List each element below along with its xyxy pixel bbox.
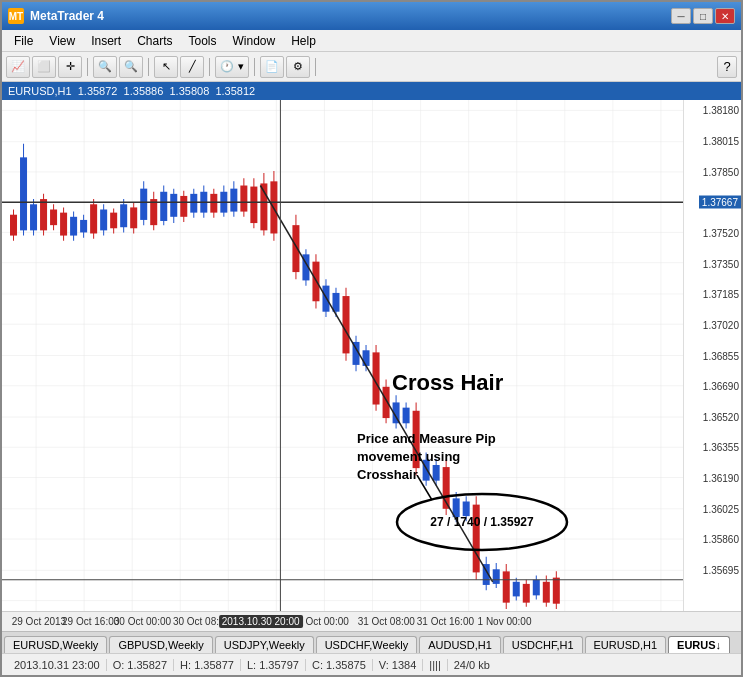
- chart-main: Cross Hair Price and Measure Pip movemen…: [2, 100, 741, 611]
- price-label-10: 1.36520: [703, 411, 739, 422]
- toolbar-sep-4: [254, 58, 255, 76]
- tab-usdjpy-weekly[interactable]: USDJPY,Weekly: [215, 636, 314, 653]
- toolbar: 📈 ⬜ ✛ 🔍 🔍 ↖ ╱ 🕐 ▾ 📄 ⚙ ?: [2, 52, 741, 82]
- toolbar-period[interactable]: 🕐 ▾: [215, 56, 249, 78]
- window-title: MetaTrader 4: [30, 9, 104, 23]
- title-bar: MT MetaTrader 4 ─ □ ✕: [2, 2, 741, 30]
- status-low: L: 1.35797: [241, 659, 306, 671]
- toolbar-chart-window[interactable]: ⬜: [32, 56, 56, 78]
- chart-area: EURUSD,H1 1.35872 1.35886 1.35808 1.3581…: [2, 82, 741, 653]
- toolbar-crosshair[interactable]: ✛: [58, 56, 82, 78]
- price-label-12: 1.36190: [703, 473, 739, 484]
- toolbar-zoom-in[interactable]: 🔍: [93, 56, 117, 78]
- toolbar-template[interactable]: 📄: [260, 56, 284, 78]
- price-label-5: 1.37350: [703, 258, 739, 269]
- menu-insert[interactable]: Insert: [83, 32, 129, 50]
- chart-canvas[interactable]: Cross Hair Price and Measure Pip movemen…: [2, 100, 683, 611]
- time-label-1: 29 Oct 2013: [12, 616, 66, 627]
- toolbar-indicators[interactable]: ⚙: [286, 56, 310, 78]
- status-volume: V: 1384: [373, 659, 424, 671]
- status-open-value: 1.35827: [127, 659, 167, 671]
- status-open-label: O:: [113, 659, 125, 671]
- status-close-value: 1.35875: [326, 659, 366, 671]
- status-high-label: H:: [180, 659, 191, 671]
- time-label-8: 1 Nov 00:00: [478, 616, 532, 627]
- status-close-label: C:: [312, 659, 323, 671]
- status-high: H: 1.35877: [174, 659, 241, 671]
- status-close: C: 1.35875: [306, 659, 373, 671]
- time-axis: 29 Oct 2013 29 Oct 16:00 30 Oct 00:00 30…: [2, 611, 741, 631]
- status-high-value: 1.35877: [194, 659, 234, 671]
- price-label-7: 1.37020: [703, 319, 739, 330]
- symbol-info: EURUSD,H1 1.35872 1.35886 1.35808 1.3581…: [8, 85, 255, 97]
- main-window: MT MetaTrader 4 ─ □ ✕ File View Insert C…: [0, 0, 743, 677]
- title-bar-left: MT MetaTrader 4: [8, 8, 104, 24]
- minimize-button[interactable]: ─: [671, 8, 691, 24]
- status-volume-value: 1384: [392, 659, 416, 671]
- price-label-2: 1.38015: [703, 135, 739, 146]
- toolbar-help[interactable]: ?: [717, 56, 737, 78]
- status-kb: 24/0 kb: [448, 659, 496, 671]
- toolbar-sep-1: [87, 58, 88, 76]
- price-label-9: 1.36690: [703, 381, 739, 392]
- time-label-selected: 2013.10.30 20:00: [219, 615, 303, 628]
- time-label-5: Oct 00:00: [305, 616, 348, 627]
- toolbar-sep-5: [315, 58, 316, 76]
- time-label-2: 29 Oct 16:00: [62, 616, 119, 627]
- toolbar-new-chart[interactable]: 📈: [6, 56, 30, 78]
- chart-tab-bar: EURUSD,Weekly GBPUSD,Weekly USDJPY,Weekl…: [2, 631, 741, 653]
- status-volume-label: V:: [379, 659, 389, 671]
- price-label-3: 1.37850: [703, 166, 739, 177]
- time-label-6: 31 Oct 08:00: [358, 616, 415, 627]
- tab-usdchf-h1[interactable]: USDCHF,H1: [503, 636, 583, 653]
- status-low-value: 1.35797: [259, 659, 299, 671]
- toolbar-arrow[interactable]: ↖: [154, 56, 178, 78]
- menu-window[interactable]: Window: [225, 32, 284, 50]
- time-label-3: 30 Oct 00:00: [114, 616, 171, 627]
- tab-eurusd-h1[interactable]: EURUSD,H1: [585, 636, 667, 653]
- current-price-badge: 1.37667: [699, 196, 741, 209]
- menu-file[interactable]: File: [6, 32, 41, 50]
- app-icon: MT: [8, 8, 24, 24]
- status-datetime: 2013.10.31 23:00: [8, 659, 107, 671]
- price-label-14: 1.35860: [703, 534, 739, 545]
- menu-tools[interactable]: Tools: [181, 32, 225, 50]
- status-low-label: L:: [247, 659, 256, 671]
- status-bars-icon: ||||: [423, 659, 447, 671]
- close-button[interactable]: ✕: [715, 8, 735, 24]
- time-label-7: 31 Oct 16:00: [417, 616, 474, 627]
- toolbar-sep-3: [209, 58, 210, 76]
- menu-view[interactable]: View: [41, 32, 83, 50]
- tab-gbpusd-weekly[interactable]: GBPUSD,Weekly: [109, 636, 212, 653]
- status-open: O: 1.35827: [107, 659, 174, 671]
- toolbar-sep-2: [148, 58, 149, 76]
- price-label-6: 1.37185: [703, 289, 739, 300]
- maximize-button[interactable]: □: [693, 8, 713, 24]
- tab-audusd-h1[interactable]: AUDUSD,H1: [419, 636, 501, 653]
- toolbar-zoom-out[interactable]: 🔍: [119, 56, 143, 78]
- chart-svg: [2, 100, 683, 611]
- tab-usdchf-weekly[interactable]: USDCHF,Weekly: [316, 636, 418, 653]
- price-label-1: 1.38180: [703, 105, 739, 116]
- price-label-4: 1.37520: [703, 227, 739, 238]
- price-label-8: 1.36855: [703, 350, 739, 361]
- price-label-11: 1.36355: [703, 442, 739, 453]
- window-controls: ─ □ ✕: [671, 8, 735, 24]
- toolbar-line[interactable]: ╱: [180, 56, 204, 78]
- price-label-13: 1.36025: [703, 503, 739, 514]
- chart-symbol-header: EURUSD,H1 1.35872 1.35886 1.35808 1.3581…: [2, 82, 741, 100]
- menu-help[interactable]: Help: [283, 32, 324, 50]
- price-axis: 1.38180 1.38015 1.37850 1.37685 1.37520 …: [683, 100, 741, 611]
- menu-charts[interactable]: Charts: [129, 32, 180, 50]
- tab-eurusd-weekly[interactable]: EURUSD,Weekly: [4, 636, 107, 653]
- price-label-15: 1.35695: [703, 565, 739, 576]
- menu-bar: File View Insert Charts Tools Window Hel…: [2, 30, 741, 52]
- tab-eurus-active[interactable]: EURUS↓: [668, 636, 730, 653]
- status-bar: 2013.10.31 23:00 O: 1.35827 H: 1.35877 L…: [2, 653, 741, 675]
